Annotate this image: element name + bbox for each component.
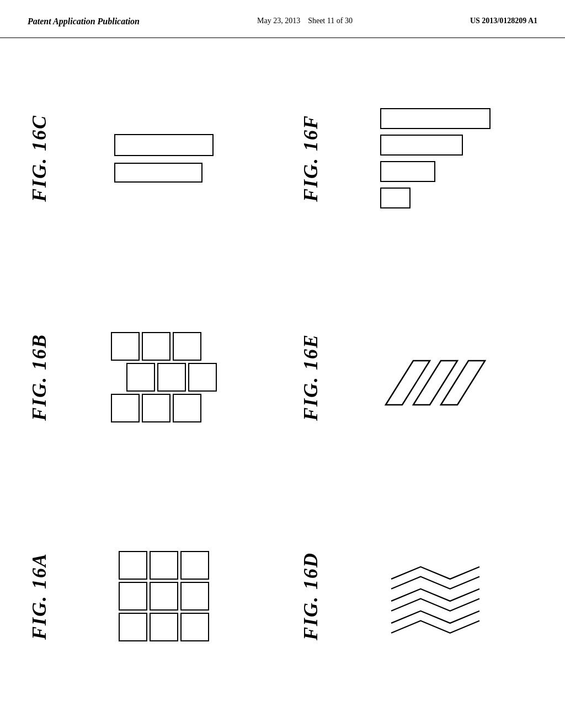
fig16f-rect2 [380,135,463,156]
fig16c-cell: FIG. 16C [11,49,282,268]
fig16a-cell: FIG. 16A [11,486,282,705]
page-header: Patent Application Publication May 23, 2… [0,0,565,38]
publication-label: Patent Application Publication [28,17,140,26]
fig16d-diagram [333,552,537,640]
figures-grid: FIG. 16C FIG. 16F FIG. 16B [0,38,565,716]
fig16a-row1 [119,551,209,580]
fig16e-shapes [375,333,496,421]
sheet-info: May 23, 2013 Sheet 11 of 30 [257,17,353,25]
sheet: Sheet 11 of 30 [308,17,353,25]
fig16c-rect-bottom [114,163,202,183]
fig16f-rect1 [380,108,491,129]
svg-marker-1 [413,361,457,405]
fig16b-label: FIG. 16B [28,334,51,421]
fig16d-cell: FIG. 16D [282,486,554,705]
fig16c-rect-top [114,134,214,156]
fig16f-cell: FIG. 16F [282,49,554,268]
fig16f-rect3 [380,161,435,182]
patent-number: US 2013/0128209 A1 [470,17,537,25]
fig16e-svg [375,333,496,421]
fig16f-rect4 [380,188,411,208]
fig16f-label: FIG. 16F [299,115,322,202]
fig16f-shapes [380,108,491,208]
fig16b-diagram [62,332,266,422]
fig16a-shapes [119,551,209,641]
fig16d-svg [375,552,496,640]
fig16a-label: FIG. 16A [28,553,51,640]
fig16a-row2 [119,582,209,611]
fig16b-row1 [111,332,201,361]
date: May 23, 2013 [257,17,300,25]
svg-marker-2 [441,361,485,405]
fig16d-label: FIG. 16D [299,552,322,640]
fig16c-diagram [62,134,266,183]
fig16b-cell: FIG. 16B [11,268,282,487]
svg-marker-0 [386,361,430,405]
fig16a-row3 [119,613,209,641]
fig16a-diagram [62,551,266,641]
fig16c-label: FIG. 16C [28,115,51,202]
fig16d-shapes [375,552,496,640]
fig16c-shapes [114,134,214,183]
fig16e-cell: FIG. 16E [282,268,554,487]
fig16b-row2 [126,363,217,392]
fig16f-diagram [333,108,537,208]
fig16b-shapes [111,332,217,422]
fig16e-diagram [333,333,537,421]
fig16e-label: FIG. 16E [299,334,322,421]
fig16b-row3 [111,394,201,422]
